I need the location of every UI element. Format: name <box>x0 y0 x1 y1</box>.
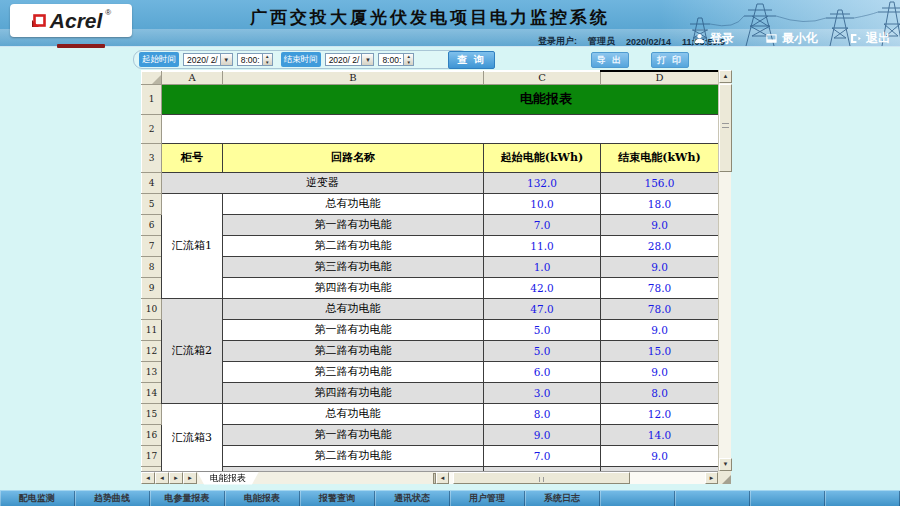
col-header-C[interactable]: C <box>484 71 601 84</box>
prev-sheet-icon[interactable]: ◄ <box>155 472 169 484</box>
cell-circuit-name[interactable]: 总有功电能 <box>223 193 484 214</box>
next-sheet-icon[interactable]: ► <box>169 472 183 484</box>
cell-end-energy[interactable]: 28.0 <box>601 235 719 256</box>
end-time-spin-buttons[interactable]: ▲ ▼ <box>403 54 413 65</box>
row-header-4[interactable]: 4 <box>142 172 162 193</box>
report-title-cell[interactable]: 电能报表 <box>162 84 719 114</box>
cell-start-energy[interactable]: 6.0 <box>484 361 601 382</box>
bottom-nav-item-1[interactable]: 趋势曲线 <box>75 491 150 506</box>
bottom-nav-empty-9[interactable] <box>675 491 750 506</box>
cell-start-energy[interactable]: 8.0 <box>484 403 601 424</box>
cell-end-energy[interactable]: 9.0 <box>601 319 719 340</box>
cell-end-energy[interactable]: 78.0 <box>601 298 719 319</box>
cell-start-energy[interactable]: 132.0 <box>484 172 601 193</box>
login-button[interactable]: 登录 <box>694 30 734 47</box>
cell-end-energy[interactable]: 9.0 <box>601 445 719 466</box>
horizontal-scrollbar[interactable] <box>449 472 705 484</box>
cell-start-energy[interactable]: 3.0 <box>484 382 601 403</box>
print-button[interactable]: 打 印 <box>651 52 689 68</box>
sheet-resize-corner[interactable] <box>718 471 731 484</box>
cell-circuit-name[interactable]: 第二路有功电能 <box>223 340 484 361</box>
cell-cabinet-merged[interactable]: 逆变器 <box>162 172 484 193</box>
col-header-B[interactable]: B <box>223 71 484 84</box>
cell-start-energy[interactable]: 47.0 <box>484 298 601 319</box>
row-header-2[interactable]: 2 <box>142 114 162 143</box>
col-header-D[interactable]: D <box>601 71 719 84</box>
cell-circuit-name[interactable]: 第四路有功电能 <box>223 382 484 403</box>
cell-start-energy[interactable]: 7.0 <box>484 445 601 466</box>
cell-start-energy[interactable]: 9.0 <box>484 424 601 445</box>
row-header-5[interactable]: 5 <box>142 193 162 214</box>
row-header-6[interactable]: 6 <box>142 214 162 235</box>
bottom-nav-item-4[interactable]: 报警查询 <box>300 491 375 506</box>
sheet-tab-energy-report[interactable]: 电能报表 <box>197 472 259 485</box>
cell-circuit-name[interactable]: 总有功电能 <box>223 298 484 319</box>
cell-cabinet-group[interactable]: 汇流箱1 <box>162 193 223 298</box>
scroll-up-icon[interactable]: ▲ <box>719 70 732 83</box>
row-header-17[interactable]: 17 <box>142 445 162 466</box>
cell-circuit-name[interactable]: 第四路有功电能 <box>223 277 484 298</box>
spin-down-icon[interactable]: ▼ <box>404 60 413 66</box>
bottom-nav-empty-11[interactable] <box>825 491 900 506</box>
row-header-11[interactable]: 11 <box>142 319 162 340</box>
bottom-nav-item-5[interactable]: 通讯状态 <box>375 491 450 506</box>
start-date-dropdown-icon[interactable]: ▼ <box>220 54 232 65</box>
start-date-picker[interactable]: 2020/ 2/ ▼ <box>183 53 233 66</box>
cell-end-energy[interactable]: 9.0 <box>601 214 719 235</box>
row-header-10[interactable]: 10 <box>142 298 162 319</box>
row-header-16[interactable]: 16 <box>142 424 162 445</box>
end-time-spinner[interactable]: 8:00: ▲ ▼ <box>378 53 414 66</box>
cell-start-energy[interactable]: 5.0 <box>484 319 601 340</box>
row-header-15[interactable]: 15 <box>142 403 162 424</box>
cell-cabinet-group[interactable]: 汇流箱2 <box>162 298 223 403</box>
start-time-spin-buttons[interactable]: ▲ ▼ <box>262 54 272 65</box>
bottom-nav-item-0[interactable]: 配电监测 <box>0 491 75 506</box>
minimize-button[interactable]: 最小化 <box>766 30 818 47</box>
row-header-12[interactable]: 12 <box>142 340 162 361</box>
empty-row-cell[interactable] <box>162 114 719 143</box>
start-time-spinner[interactable]: 8:00: ▲ ▼ <box>237 53 273 66</box>
first-sheet-icon[interactable]: ◄ <box>141 472 155 484</box>
bottom-nav-item-6[interactable]: 用户管理 <box>450 491 525 506</box>
horizontal-scroll-thumb[interactable] <box>453 472 630 484</box>
row-header-14[interactable]: 14 <box>142 382 162 403</box>
cell-start-energy[interactable]: 10.0 <box>484 193 601 214</box>
row-header-13[interactable]: 13 <box>142 361 162 382</box>
cell-end-energy[interactable]: 9.0 <box>601 361 719 382</box>
cell-end-energy[interactable]: 156.0 <box>601 172 719 193</box>
cell-circuit-name[interactable]: 第二路有功电能 <box>223 235 484 256</box>
exit-button[interactable]: 退出 <box>850 30 890 47</box>
end-date-dropdown-icon[interactable]: ▼ <box>361 54 373 65</box>
cell-end-energy[interactable]: 9.0 <box>601 256 719 277</box>
row-header-9[interactable]: 9 <box>142 277 162 298</box>
cell-circuit-name[interactable]: 第三路有功电能 <box>223 361 484 382</box>
spin-down-icon[interactable]: ▼ <box>263 60 272 66</box>
cell-circuit-name[interactable]: 第一路有功电能 <box>223 214 484 235</box>
cell-end-energy[interactable]: 8.0 <box>601 382 719 403</box>
cell-end-energy[interactable]: 12.0 <box>601 403 719 424</box>
last-sheet-icon[interactable]: ► <box>183 472 197 484</box>
cell-circuit-name[interactable]: 第一路有功电能 <box>223 319 484 340</box>
bottom-nav-empty-10[interactable] <box>750 491 825 506</box>
vertical-scrollbar[interactable]: ▲ ▼ <box>718 70 731 471</box>
cell-end-energy[interactable]: 14.0 <box>601 424 719 445</box>
bottom-nav-empty-8[interactable] <box>600 491 675 506</box>
vertical-scroll-thumb[interactable] <box>719 84 732 172</box>
cell-circuit-name[interactable]: 第三路有功电能 <box>223 256 484 277</box>
bottom-nav-item-7[interactable]: 系统日志 <box>525 491 600 506</box>
bottom-nav-item-2[interactable]: 电参量报表 <box>150 491 225 506</box>
cell-start-energy[interactable]: 7.0 <box>484 214 601 235</box>
col-header-A[interactable]: A <box>162 71 223 84</box>
cell-start-energy[interactable]: 42.0 <box>484 277 601 298</box>
row-header-8[interactable]: 8 <box>142 256 162 277</box>
scroll-left-icon[interactable]: ◄ <box>436 472 449 484</box>
select-all-corner[interactable] <box>142 71 162 84</box>
cell-cabinet-group[interactable]: 汇流箱3 <box>162 403 223 471</box>
cell-start-energy[interactable]: 1.0 <box>484 256 601 277</box>
scroll-down-icon[interactable]: ▼ <box>719 458 732 471</box>
end-date-picker[interactable]: 2020/ 2/ ▼ <box>325 53 375 66</box>
cell-end-energy[interactable]: 18.0 <box>601 193 719 214</box>
query-button[interactable]: 查 询 <box>448 51 495 69</box>
bottom-nav-item-3[interactable]: 电能报表 <box>225 491 300 506</box>
row-header-7[interactable]: 7 <box>142 235 162 256</box>
